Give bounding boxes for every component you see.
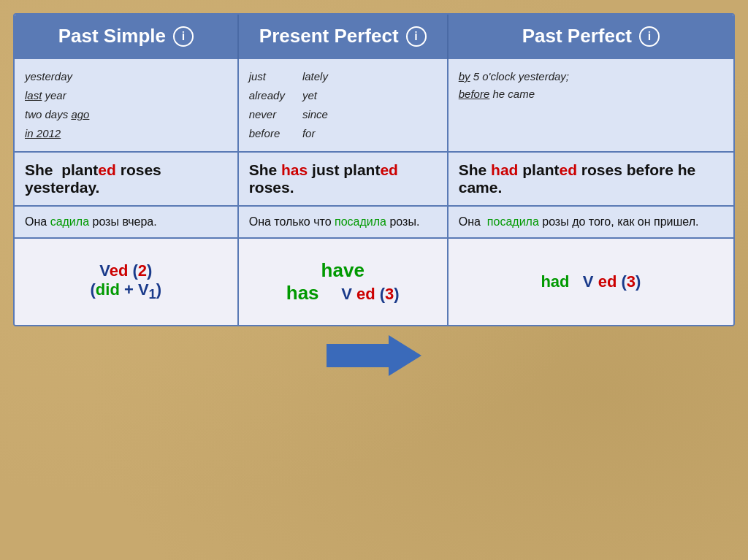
time-yet: yet: [302, 87, 328, 104]
arrow-body: [327, 344, 389, 367]
time-lately: lately: [302, 68, 328, 85]
formula-col2: have has V ed (3): [238, 238, 448, 325]
time-in-2012: in 2012: [25, 125, 227, 142]
time-just: just: [249, 68, 285, 85]
russian-col2: Она только что посадила розы.: [238, 206, 448, 238]
time-for: for: [302, 125, 328, 142]
present-perfect-label: Present Perfect: [259, 25, 399, 47]
time-col3: by 5 o'clock yesterday; before he came: [448, 58, 733, 152]
time-since: since: [302, 106, 328, 123]
time-before-came: before he came: [459, 85, 723, 103]
header-past-simple: Past Simple i: [15, 15, 238, 58]
time-col1: yesterday last year two days ago in 2012: [15, 58, 238, 152]
formula-row: Ved (2) (did + V1) have has V ed (3) had…: [15, 238, 733, 325]
sentence-col3: She had planted roses before he came.: [448, 152, 733, 206]
time-before: before: [249, 125, 285, 142]
formula-col3: had V ed (3): [448, 238, 733, 325]
time-yesterday: yesterday: [25, 68, 227, 85]
sentence-col1: She planted roses yesterday.: [15, 152, 238, 206]
time-never: never: [249, 106, 285, 123]
main-table-wrapper: Past Simple i Present Perfect i Past Per…: [13, 13, 735, 326]
time-last-year: last year: [25, 87, 227, 104]
sentence-row: She planted roses yesterday. She has jus…: [15, 152, 733, 206]
header-row: Past Simple i Present Perfect i Past Per…: [15, 15, 733, 58]
info-icon-3[interactable]: i: [639, 26, 660, 47]
past-perfect-label: Past Perfect: [522, 25, 632, 47]
time-two-days: two days ago: [25, 106, 227, 123]
time-col2: just already never before lately yet sin…: [238, 58, 448, 152]
russian-col3: Она посадила розы до того, как он пришел…: [448, 206, 733, 238]
info-icon-1[interactable]: i: [173, 26, 194, 47]
time-by-5: by 5 o'clock yesterday;: [459, 68, 723, 85]
russian-col1: Она садила розы вчера.: [15, 206, 238, 238]
past-simple-label: Past Simple: [58, 25, 166, 47]
time-already: already: [249, 87, 285, 104]
info-icon-2[interactable]: i: [406, 26, 427, 47]
header-present-perfect: Present Perfect i: [238, 15, 448, 58]
formula-col1: Ved (2) (did + V1): [15, 238, 238, 325]
arrow-area: [13, 335, 735, 375]
header-past-perfect: Past Perfect i: [448, 15, 733, 58]
grammar-table: Past Simple i Present Perfect i Past Per…: [15, 15, 733, 325]
right-arrow: [327, 335, 421, 375]
russian-row: Она садила розы вчера. Она только что по…: [15, 206, 733, 238]
arrow-head: [389, 335, 421, 376]
sentence-col2: She has just planted roses.: [238, 152, 448, 206]
time-expressions-row: yesterday last year two days ago in 2012…: [15, 58, 733, 152]
